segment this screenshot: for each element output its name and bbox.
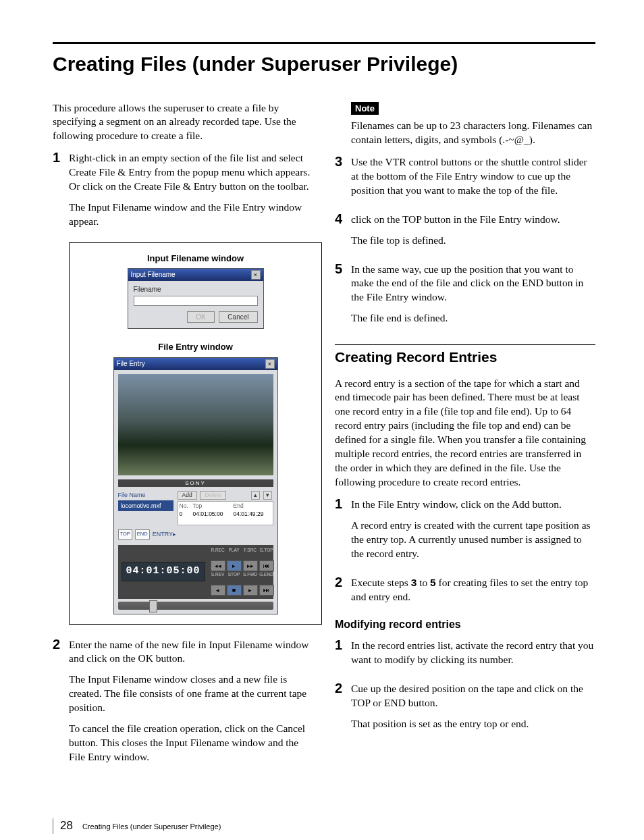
stop-button[interactable]: ■ xyxy=(227,585,242,596)
page-footer: 28 Creating Files (under Superuser Privi… xyxy=(53,818,595,834)
ctrl-label: PLAY xyxy=(227,548,242,559)
file-entry-window: File Entry × SONY File Name locomotive.m… xyxy=(113,357,278,614)
step-3: 3 Use the VTR control buttons or the shu… xyxy=(335,154,595,205)
ctrl-label: G.TOP xyxy=(259,548,274,559)
step-text: In the File Entry window, click on the A… xyxy=(351,498,595,512)
mod-step-2: 2 Cue up the desired position on the tap… xyxy=(335,681,595,738)
sec2-step-1: 1 In the File Entry window, click on the… xyxy=(335,496,595,568)
step-text: In the record entries list, activate the… xyxy=(351,639,595,667)
top-button[interactable]: TOP xyxy=(118,529,132,539)
up-button[interactable]: ▴ xyxy=(251,491,260,500)
entry-label: ENTRY▸ xyxy=(153,530,176,538)
note-text: Filenames can be up to 23 characters lon… xyxy=(351,119,595,147)
step-text: That position is set as the entry top or… xyxy=(351,717,595,731)
step-text: The Input Filename window and the File E… xyxy=(69,201,313,229)
cell-no: 0 xyxy=(180,510,193,518)
top-rule xyxy=(53,42,595,44)
step-number: 3 xyxy=(335,154,351,205)
play-button[interactable]: ▸ xyxy=(227,560,242,571)
step-text: The Input Filename window closes and a n… xyxy=(69,673,313,715)
step-text: Enter the name of the new file in Input … xyxy=(69,638,313,666)
mod-step-1: 1 In the record entries list, activate t… xyxy=(335,637,595,674)
step-1: 1 Right-click in an empty section of the… xyxy=(53,150,313,236)
cancel-button[interactable]: Cancel xyxy=(219,311,257,323)
col-no: No. xyxy=(180,502,193,510)
figure-caption: Input Filename window xyxy=(70,253,321,265)
step-number: 5 xyxy=(335,261,351,333)
step-number: 1 xyxy=(335,496,351,568)
step-4: 4 click on the TOP button in the File En… xyxy=(335,211,595,255)
step-number: 2 xyxy=(335,681,351,738)
cell-end: 04:01:49:29 xyxy=(234,510,264,518)
goto-end-button[interactable]: ⏭ xyxy=(259,585,274,596)
step-number: 4 xyxy=(335,211,351,255)
end-button[interactable]: END xyxy=(135,529,150,539)
close-icon[interactable]: × xyxy=(251,270,261,280)
file-name-value: locomotive.mxf xyxy=(118,500,173,511)
section-intro: A record entry is a section of the tape … xyxy=(335,377,595,490)
step-text: The file top is defined. xyxy=(351,234,595,248)
video-preview xyxy=(118,374,273,475)
filename-label: Filename xyxy=(134,285,258,294)
col-end: End xyxy=(234,502,244,510)
figure-caption: File Entry window xyxy=(70,341,321,353)
step-2: 2 Enter the name of the new file in Inpu… xyxy=(53,637,313,771)
input-filename-window: Input Filename × Filename OK Cancel xyxy=(128,268,264,329)
ctrl-label: S.REV xyxy=(211,573,225,583)
ctrl-label: G.END xyxy=(259,573,274,583)
col-top: Top xyxy=(193,502,234,510)
step-text: Right-click in an empty section of the f… xyxy=(69,151,313,194)
subsection-heading: Modifying record entries xyxy=(335,617,595,632)
left-column: This procedure allows the superuser to c… xyxy=(53,101,313,778)
ok-button[interactable]: OK xyxy=(187,311,214,323)
step-text: click on the TOP button in the File Entr… xyxy=(351,213,595,227)
down-button[interactable]: ▾ xyxy=(263,491,272,500)
dialog-title: File Entry xyxy=(117,359,145,369)
table-row[interactable]: 0 04:01:05:00 04:01:49:29 xyxy=(180,510,271,518)
step-number: 1 xyxy=(53,150,69,236)
ctrl-label: STOP xyxy=(227,573,242,583)
step-text: The file end is defined. xyxy=(351,311,595,325)
step-text: A record entry is created with the curre… xyxy=(351,519,595,561)
step-5: 5 In the same way, cue up the position t… xyxy=(335,261,595,333)
step-text: Cue up the desired position on the tape … xyxy=(351,682,595,710)
sec2-step-2: 2 Execute steps 3 to 5 for creating file… xyxy=(335,575,595,611)
add-button[interactable]: Add xyxy=(178,491,197,500)
file-name-label: File Name xyxy=(118,491,173,499)
figure-box: Input Filename window Input Filename × F… xyxy=(69,242,322,625)
section-rule xyxy=(335,344,595,345)
ctrl-label: F.SRC xyxy=(243,548,258,559)
delete-button[interactable]: Delete xyxy=(200,491,226,500)
step-number: 1 xyxy=(335,637,351,674)
entries-table: No. Top End 0 04:01:05:00 04:01:49:29 xyxy=(178,501,273,525)
ctrl-label: R.REC xyxy=(211,548,225,559)
ctrl-label: S.FWD xyxy=(243,573,258,583)
page-title: Creating Files (under Superuser Privileg… xyxy=(53,51,595,78)
footer-title: Creating Files (under Superuser Privileg… xyxy=(82,822,221,832)
step-fwd-button[interactable]: ▸ xyxy=(243,585,258,596)
dialog-title: Input Filename xyxy=(131,270,176,280)
rewind-button[interactable]: ◂◂ xyxy=(211,560,225,571)
filename-input[interactable] xyxy=(134,296,258,306)
step-number: 2 xyxy=(335,575,351,611)
transport-controls: 04:01:05:00 R.REC PLAY F.SRC G.TOP ◂◂ ▸ … xyxy=(118,545,273,599)
right-column: Note Filenames can be up to 23 character… xyxy=(335,101,595,778)
cell-top: 04:01:05:00 xyxy=(193,510,234,518)
sony-bar: SONY xyxy=(118,479,273,487)
step-rev-button[interactable]: ◂ xyxy=(211,585,225,596)
close-icon[interactable]: × xyxy=(265,359,275,369)
shuttle-slider[interactable] xyxy=(118,602,273,610)
timecode-display: 04:01:05:00 xyxy=(122,562,205,581)
step-text: To cancel the file creation operation, c… xyxy=(69,722,313,764)
section-heading: Creating Record Entries xyxy=(335,348,595,367)
ffwd-button[interactable]: ▸▸ xyxy=(243,560,258,571)
step-number: 2 xyxy=(53,637,69,771)
step-text: Execute steps 3 to 5 for creating files … xyxy=(351,576,595,604)
note-badge: Note xyxy=(351,102,379,115)
step-text: Use the VTR control buttons or the shutt… xyxy=(351,155,595,198)
step-text: In the same way, cue up the position tha… xyxy=(351,263,595,305)
intro-text: This procedure allows the superuser to c… xyxy=(53,101,313,144)
goto-top-button[interactable]: ⏮ xyxy=(259,560,274,571)
page-number: 28 xyxy=(60,818,73,834)
